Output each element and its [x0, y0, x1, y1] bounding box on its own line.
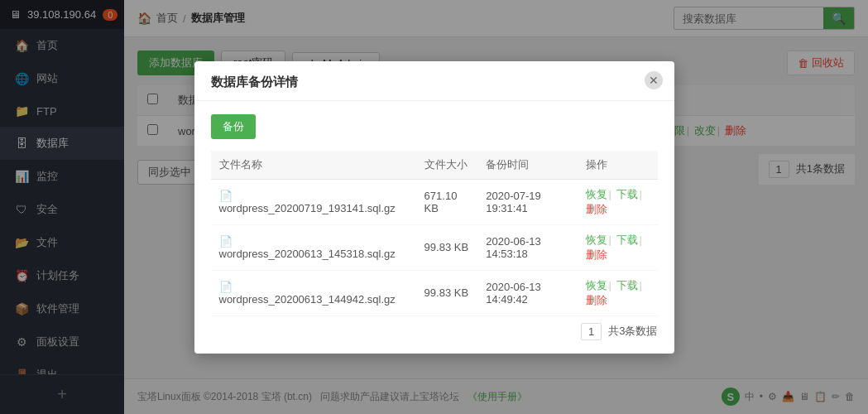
restore-link[interactable]: 恢复	[586, 233, 607, 246]
download-link[interactable]: 下载	[616, 233, 638, 246]
backup-action-cell: 恢复| 下载| 删除	[578, 179, 658, 224]
modal-col-size: 文件大小	[416, 151, 478, 180]
modal-table-header: 文件名称 文件大小 备份时间 操作	[211, 151, 658, 180]
modal-pagination: 1 共3条数据	[211, 316, 658, 340]
backup-time-cell: 2020-07-19 19:31:41	[477, 179, 577, 224]
modal-header: 数据库备份详情 ✕	[194, 61, 674, 101]
restore-link[interactable]: 恢复	[586, 188, 607, 200]
modal-total-label: 共3条数据	[608, 324, 657, 339]
backup-action-cell: 恢复| 下载| 删除	[578, 224, 658, 270]
restore-link[interactable]: 恢复	[586, 279, 607, 291]
backup-size-cell: 99.83 KB	[416, 224, 478, 270]
modal-table-row: 📄wordpress_20200613_144942.sql.gz 99.83 …	[211, 270, 658, 315]
modal-col-action: 操作	[578, 151, 658, 180]
backup-filename-cell: 📄wordpress_20200613_145318.sql.gz	[211, 224, 416, 270]
backup-time-cell: 2020-06-13 14:49:42	[477, 270, 577, 315]
download-link[interactable]: 下载	[616, 188, 638, 200]
backup-size-cell: 99.83 KB	[416, 270, 478, 315]
backup-time-cell: 2020-06-13 14:53:18	[477, 224, 577, 270]
modal-backup-button[interactable]: 备份	[211, 114, 256, 139]
modal-delete-link[interactable]: 删除	[586, 203, 607, 215]
download-link[interactable]: 下载	[616, 279, 638, 291]
modal-delete-link[interactable]: 删除	[586, 248, 607, 261]
modal-body: 备份 文件名称 文件大小 备份时间 操作 📄wordpress_20200719…	[194, 101, 674, 354]
modal-title: 数据库备份详情	[211, 75, 298, 89]
modal-delete-link[interactable]: 删除	[586, 294, 607, 306]
modal-table-row: 📄wordpress_20200719_193141.sql.gz 671.10…	[211, 179, 658, 224]
modal-col-filename: 文件名称	[211, 151, 416, 180]
modal-col-time: 备份时间	[477, 151, 577, 180]
backup-files-table: 文件名称 文件大小 备份时间 操作 📄wordpress_20200719_19…	[211, 151, 658, 316]
modal-table-row: 📄wordpress_20200613_145318.sql.gz 99.83 …	[211, 224, 658, 270]
file-icon: 📄	[219, 190, 233, 202]
backup-detail-modal: 数据库备份详情 ✕ 备份 文件名称 文件大小 备份时间 操作 📄w	[194, 61, 674, 354]
modal-page-number: 1	[581, 323, 602, 340]
modal-close-button[interactable]: ✕	[645, 71, 663, 89]
backup-size-cell: 671.10 KB	[416, 179, 478, 224]
modal-toolbar: 备份	[211, 114, 658, 139]
backup-filename-cell: 📄wordpress_20200719_193141.sql.gz	[211, 179, 416, 224]
modal-overlay: 数据库备份详情 ✕ 备份 文件名称 文件大小 备份时间 操作 📄w	[0, 0, 868, 414]
file-icon: 📄	[219, 281, 233, 293]
file-icon: 📄	[219, 235, 233, 248]
backup-action-cell: 恢复| 下载| 删除	[578, 270, 658, 315]
backup-filename-cell: 📄wordpress_20200613_144942.sql.gz	[211, 270, 416, 315]
